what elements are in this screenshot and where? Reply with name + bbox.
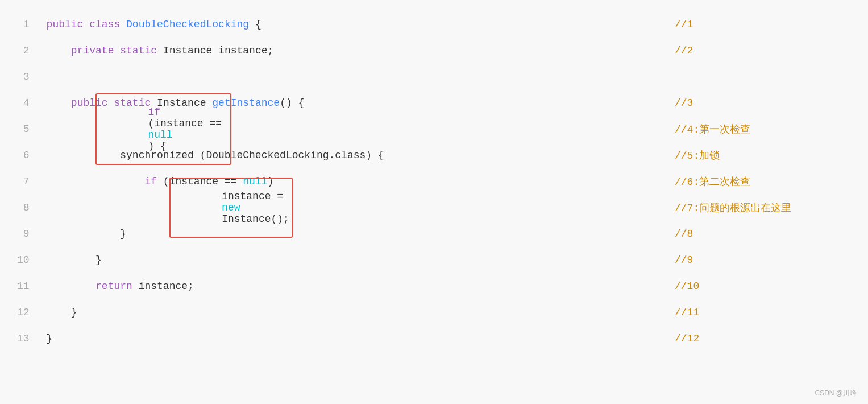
- indent-2: [47, 45, 71, 56]
- code-line-10: }: [41, 247, 652, 273]
- indent-7: [47, 176, 145, 187]
- code-container: 1 2 3 4 5 6 7 8 9 10 11 12 13 public cla…: [0, 0, 868, 404]
- keyword-public-1: public: [47, 19, 90, 30]
- code-line-8: instance = new Instance();: [41, 195, 652, 221]
- return-val-11: instance;: [139, 281, 194, 292]
- parens-4: () {: [280, 97, 304, 109]
- keyword-if-7: if: [144, 176, 163, 187]
- code-line-6: synchronized (DoubleCheckedLocking.class…: [41, 142, 652, 168]
- code-line-9: }: [41, 221, 652, 247]
- code-line-1: public class DoubleCheckedLocking {: [41, 11, 652, 38]
- comment-4: //3: [675, 90, 868, 116]
- type-instance-2: Instance instance;: [163, 45, 273, 56]
- comment-8: //7:问题的根源出在这里: [675, 195, 868, 221]
- line-num-8: 8: [17, 195, 30, 221]
- keyword-if-5: if: [148, 106, 166, 118]
- indent-8: [47, 202, 169, 213]
- brace-close-9: }: [120, 228, 126, 240]
- line-num-10: 10: [17, 247, 30, 273]
- line-num-3: 3: [17, 64, 30, 90]
- classname-1: DoubleCheckedLocking: [126, 19, 249, 30]
- line-num-11: 11: [17, 273, 30, 299]
- code-line-11: return instance;: [41, 273, 652, 299]
- indent-4: [47, 97, 71, 109]
- watermark: CSDN @川峰: [815, 389, 857, 398]
- synchronized-6: synchronized (DoubleCheckedLocking.class…: [120, 150, 384, 161]
- indent-11: [47, 281, 95, 292]
- brace-close-13: }: [47, 333, 53, 344]
- indent-6: [47, 150, 121, 161]
- comment-3: [675, 64, 868, 90]
- comment-10: //9: [675, 247, 868, 273]
- line-num-9: 9: [17, 221, 30, 247]
- keyword-private-2: private: [71, 45, 120, 56]
- line-num-1: 1: [17, 11, 30, 38]
- comment-11: //10: [675, 273, 868, 299]
- instance-assign-8: instance =: [222, 191, 289, 202]
- line-num-6: 6: [17, 142, 30, 168]
- brace-close-10: }: [95, 254, 102, 266]
- indent-9: [47, 228, 121, 240]
- line-num-4: 4: [17, 90, 30, 116]
- brace-close-12: }: [71, 307, 77, 318]
- line-num-7: 7: [17, 168, 30, 195]
- code-line-7: if (instance == null ): [41, 168, 652, 195]
- code-line-2: private static Instance instance;: [41, 38, 652, 64]
- line-num-2: 2: [17, 38, 30, 64]
- code-line-12: }: [41, 299, 652, 325]
- indent-10: [47, 254, 95, 266]
- keyword-return-11: return: [95, 281, 139, 292]
- code-line-13: }: [41, 325, 652, 352]
- brace-open-1: {: [249, 19, 261, 30]
- comment-1: //1: [675, 11, 868, 38]
- keyword-class-1: class: [89, 19, 126, 30]
- line-numbers: 1 2 3 4 5 6 7 8 9 10 11 12 13: [0, 11, 41, 393]
- indent-12: [47, 307, 71, 318]
- comment-2: //2: [675, 38, 868, 64]
- comments-column: //1 //2 //3 //4:第一次检查 //5:加锁 //6:第二次检查 /…: [652, 11, 868, 393]
- comment-12: //11: [675, 299, 868, 325]
- code-line-3: [41, 64, 652, 90]
- line-num-5: 5: [17, 116, 30, 142]
- keyword-null-5: null: [148, 129, 172, 141]
- comment-5: //4:第一次检查: [675, 116, 868, 142]
- comment-13: //12: [675, 325, 868, 352]
- keyword-static-2: static: [120, 45, 163, 56]
- code-line-5: if (instance == null ) {: [41, 116, 652, 142]
- comment-9: //8: [675, 221, 868, 247]
- comment-6: //5:加锁: [675, 142, 868, 168]
- code-lines: public class DoubleCheckedLocking { priv…: [41, 11, 652, 393]
- paren-open-5: (instance ==: [148, 118, 227, 129]
- indent-5: [47, 123, 95, 135]
- line-num-13: 13: [17, 325, 30, 352]
- line-num-12: 12: [17, 299, 30, 325]
- comment-7: //6:第二次检查: [675, 168, 868, 195]
- keyword-new-8: new: [222, 202, 246, 213]
